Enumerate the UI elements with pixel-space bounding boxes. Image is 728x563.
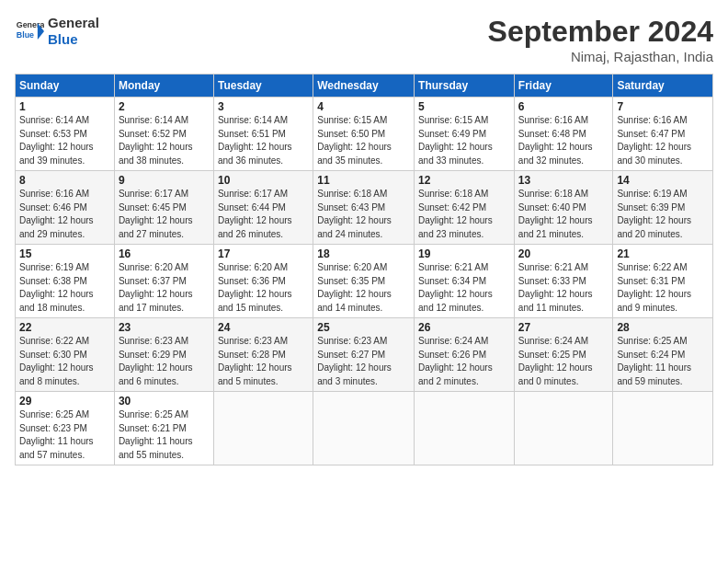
- day-info: Sunrise: 6:19 AM Sunset: 6:39 PM Dayligh…: [617, 188, 709, 241]
- calendar-cell: 1Sunrise: 6:14 AM Sunset: 6:53 PM Daylig…: [16, 98, 115, 171]
- day-header: Saturday: [613, 75, 713, 98]
- day-info: Sunrise: 6:22 AM Sunset: 6:30 PM Dayligh…: [19, 335, 110, 388]
- day-info: Sunrise: 6:18 AM Sunset: 6:43 PM Dayligh…: [317, 188, 410, 241]
- day-info: Sunrise: 6:22 AM Sunset: 6:31 PM Dayligh…: [617, 261, 709, 315]
- day-number: 29: [19, 395, 110, 408]
- day-header: Wednesday: [313, 75, 415, 98]
- day-info: Sunrise: 6:19 AM Sunset: 6:38 PM Dayligh…: [19, 261, 110, 315]
- location: Nimaj, Rajasthan, India: [488, 49, 713, 64]
- day-number: 20: [518, 247, 609, 260]
- day-number: 13: [518, 174, 609, 187]
- calendar-cell: 17Sunrise: 6:20 AM Sunset: 6:36 PM Dayli…: [213, 245, 313, 318]
- day-info: Sunrise: 6:20 AM Sunset: 6:37 PM Dayligh…: [119, 261, 210, 315]
- day-number: 21: [617, 247, 709, 260]
- calendar-cell: [415, 392, 515, 465]
- day-number: 12: [418, 174, 510, 187]
- calendar-cell: 18Sunrise: 6:20 AM Sunset: 6:35 PM Dayli…: [313, 245, 415, 318]
- calendar-cell: 2Sunrise: 6:14 AM Sunset: 6:52 PM Daylig…: [114, 98, 213, 171]
- day-info: Sunrise: 6:25 AM Sunset: 6:21 PM Dayligh…: [119, 408, 210, 462]
- day-info: Sunrise: 6:21 AM Sunset: 6:33 PM Dayligh…: [518, 261, 609, 315]
- day-number: 18: [317, 247, 410, 260]
- day-number: 23: [119, 321, 210, 334]
- calendar-cell: [313, 392, 415, 465]
- day-number: 19: [418, 247, 510, 260]
- calendar-cell: 29Sunrise: 6:25 AM Sunset: 6:23 PM Dayli…: [16, 392, 115, 465]
- day-number: 9: [119, 174, 210, 187]
- day-number: 7: [617, 100, 709, 113]
- day-info: Sunrise: 6:24 AM Sunset: 6:26 PM Dayligh…: [418, 335, 510, 388]
- day-number: 4: [317, 100, 410, 113]
- day-info: Sunrise: 6:24 AM Sunset: 6:25 PM Dayligh…: [518, 335, 609, 388]
- day-number: 11: [317, 174, 410, 187]
- day-number: 27: [518, 321, 609, 334]
- calendar-cell: 21Sunrise: 6:22 AM Sunset: 6:31 PM Dayli…: [613, 245, 713, 318]
- day-number: 15: [19, 247, 110, 260]
- day-info: Sunrise: 6:20 AM Sunset: 6:36 PM Dayligh…: [218, 261, 309, 315]
- day-number: 30: [119, 395, 210, 408]
- day-number: 26: [418, 321, 510, 334]
- calendar-cell: 19Sunrise: 6:21 AM Sunset: 6:34 PM Dayli…: [415, 245, 515, 318]
- title-block: September 2024 Nimaj, Rajasthan, India: [488, 15, 713, 64]
- calendar-cell: 20Sunrise: 6:21 AM Sunset: 6:33 PM Dayli…: [514, 245, 613, 318]
- calendar-cell: 9Sunrise: 6:17 AM Sunset: 6:45 PM Daylig…: [114, 171, 213, 245]
- calendar-cell: 4Sunrise: 6:15 AM Sunset: 6:50 PM Daylig…: [313, 98, 415, 171]
- calendar-cell: 28Sunrise: 6:25 AM Sunset: 6:24 PM Dayli…: [613, 318, 713, 392]
- page: General Blue General Blue September 2024…: [0, 0, 728, 475]
- day-info: Sunrise: 6:18 AM Sunset: 6:40 PM Dayligh…: [518, 188, 609, 241]
- day-number: 1: [19, 100, 110, 113]
- day-info: Sunrise: 6:23 AM Sunset: 6:29 PM Dayligh…: [119, 335, 210, 388]
- logo-blue: Blue: [48, 31, 99, 48]
- day-header: Friday: [514, 75, 613, 98]
- day-info: Sunrise: 6:18 AM Sunset: 6:42 PM Dayligh…: [418, 188, 510, 241]
- day-info: Sunrise: 6:14 AM Sunset: 6:53 PM Dayligh…: [19, 114, 110, 167]
- day-header: Monday: [114, 75, 213, 98]
- day-number: 25: [317, 321, 410, 334]
- day-number: 24: [218, 321, 309, 334]
- day-header: Thursday: [415, 75, 515, 98]
- day-number: 10: [218, 174, 309, 187]
- calendar-cell: [514, 392, 613, 465]
- day-info: Sunrise: 6:15 AM Sunset: 6:49 PM Dayligh…: [418, 114, 510, 167]
- calendar-cell: 25Sunrise: 6:23 AM Sunset: 6:27 PM Dayli…: [313, 318, 415, 392]
- calendar-cell: 30Sunrise: 6:25 AM Sunset: 6:21 PM Dayli…: [114, 392, 213, 465]
- day-number: 8: [19, 174, 110, 187]
- header: General Blue General Blue September 2024…: [15, 15, 713, 64]
- calendar-cell: 7Sunrise: 6:16 AM Sunset: 6:47 PM Daylig…: [613, 98, 713, 171]
- calendar-cell: 11Sunrise: 6:18 AM Sunset: 6:43 PM Dayli…: [313, 171, 415, 245]
- logo: General Blue General Blue: [15, 15, 99, 48]
- day-info: Sunrise: 6:16 AM Sunset: 6:46 PM Dayligh…: [19, 188, 110, 241]
- day-number: 17: [218, 247, 309, 260]
- day-header: Tuesday: [213, 75, 313, 98]
- calendar-cell: 13Sunrise: 6:18 AM Sunset: 6:40 PM Dayli…: [514, 171, 613, 245]
- calendar-cell: 10Sunrise: 6:17 AM Sunset: 6:44 PM Dayli…: [213, 171, 313, 245]
- day-info: Sunrise: 6:14 AM Sunset: 6:51 PM Dayligh…: [218, 114, 309, 167]
- day-info: Sunrise: 6:14 AM Sunset: 6:52 PM Dayligh…: [119, 114, 210, 167]
- day-info: Sunrise: 6:23 AM Sunset: 6:27 PM Dayligh…: [317, 335, 410, 388]
- calendar-cell: 12Sunrise: 6:18 AM Sunset: 6:42 PM Dayli…: [415, 171, 515, 245]
- day-number: 3: [218, 100, 309, 113]
- calendar-cell: [613, 392, 713, 465]
- calendar: SundayMondayTuesdayWednesdayThursdayFrid…: [15, 74, 713, 465]
- day-header: Sunday: [16, 75, 115, 98]
- day-info: Sunrise: 6:20 AM Sunset: 6:35 PM Dayligh…: [317, 261, 410, 315]
- day-number: 2: [119, 100, 210, 113]
- day-number: 5: [418, 100, 510, 113]
- calendar-cell: 6Sunrise: 6:16 AM Sunset: 6:48 PM Daylig…: [514, 98, 613, 171]
- day-info: Sunrise: 6:25 AM Sunset: 6:24 PM Dayligh…: [617, 335, 709, 388]
- calendar-cell: 5Sunrise: 6:15 AM Sunset: 6:49 PM Daylig…: [415, 98, 515, 171]
- calendar-cell: 8Sunrise: 6:16 AM Sunset: 6:46 PM Daylig…: [16, 171, 115, 245]
- calendar-cell: 15Sunrise: 6:19 AM Sunset: 6:38 PM Dayli…: [16, 245, 115, 318]
- logo-general: General: [48, 15, 99, 31]
- day-info: Sunrise: 6:16 AM Sunset: 6:48 PM Dayligh…: [518, 114, 609, 167]
- day-number: 28: [617, 321, 709, 334]
- svg-text:Blue: Blue: [17, 30, 34, 40]
- day-info: Sunrise: 6:23 AM Sunset: 6:28 PM Dayligh…: [218, 335, 309, 388]
- logo-icon: General Blue: [15, 17, 44, 46]
- calendar-cell: 27Sunrise: 6:24 AM Sunset: 6:25 PM Dayli…: [514, 318, 613, 392]
- calendar-cell: 24Sunrise: 6:23 AM Sunset: 6:28 PM Dayli…: [213, 318, 313, 392]
- month-title: September 2024: [488, 15, 713, 49]
- calendar-cell: 23Sunrise: 6:23 AM Sunset: 6:29 PM Dayli…: [114, 318, 213, 392]
- day-info: Sunrise: 6:15 AM Sunset: 6:50 PM Dayligh…: [317, 114, 410, 167]
- day-info: Sunrise: 6:21 AM Sunset: 6:34 PM Dayligh…: [418, 261, 510, 315]
- calendar-cell: 14Sunrise: 6:19 AM Sunset: 6:39 PM Dayli…: [613, 171, 713, 245]
